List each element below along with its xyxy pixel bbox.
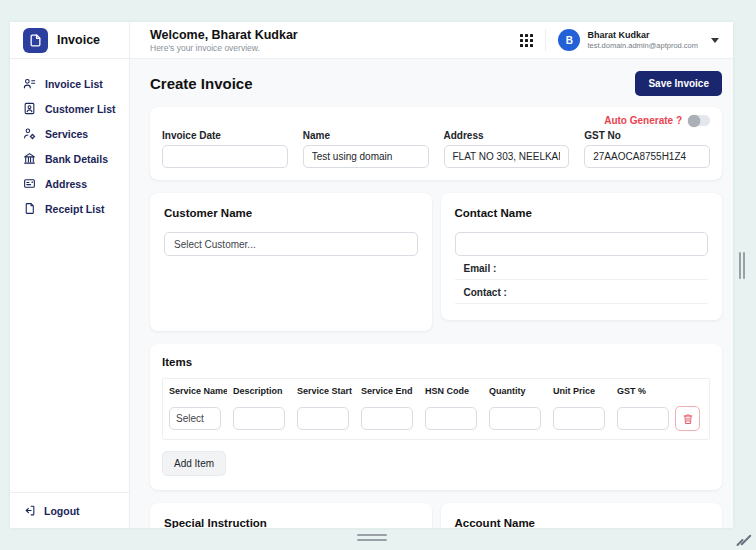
sidebar-item-invoice-list[interactable]: Invoice List	[10, 71, 129, 96]
logout-button[interactable]: Logout	[23, 504, 116, 517]
field-gst-no: GST No	[584, 130, 710, 168]
sidebar-item-label: Receipt List	[45, 203, 105, 215]
contact-name-input[interactable]	[455, 232, 709, 256]
items-table: Service Name Description Service Start S…	[162, 378, 710, 440]
col-actions	[675, 385, 709, 397]
special-instruction-card: Special Instruction	[150, 503, 432, 528]
save-invoice-button[interactable]: Save Invoice	[635, 71, 722, 96]
sidebar-item-label: Customer List	[45, 103, 116, 115]
col-service-end: Service End	[355, 379, 419, 402]
col-service-start: Service Start	[291, 379, 355, 402]
address-input[interactable]	[444, 145, 570, 168]
welcome-subtitle: Here's your invoice overview.	[150, 43, 298, 53]
customer-contact-row: Customer Name Select Customer... Contact…	[150, 193, 722, 331]
quantity-input[interactable]	[489, 407, 541, 430]
sidebar-bottom: Logout	[10, 492, 129, 528]
user-name: Bharat Kudkar	[587, 30, 698, 41]
sidebar-item-label: Services	[45, 128, 88, 140]
apps-grid-icon[interactable]	[520, 34, 533, 47]
gst-no-input[interactable]	[584, 145, 710, 168]
sidebar-item-label: Invoice List	[45, 78, 103, 90]
hsn-code-input[interactable]	[425, 407, 477, 430]
sidebar-item-receipt-list[interactable]: Receipt List	[10, 196, 129, 221]
app-title: Invoice	[57, 33, 100, 47]
delete-item-button[interactable]	[675, 406, 700, 431]
customer-card: Customer Name Select Customer...	[150, 193, 432, 331]
add-item-button[interactable]: Add Item	[162, 451, 226, 476]
items-card: Items Service Name Description Service S…	[150, 344, 722, 490]
topbar-right: B Bharat Kudkar test.domain.admin@aptpro…	[520, 29, 719, 51]
service-name-select[interactable]: Select	[169, 407, 221, 430]
col-service-name: Service Name	[163, 379, 227, 402]
bottom-resize-handle[interactable]	[357, 534, 387, 544]
welcome-block: Welcome, Bharat Kudkar Here's your invoi…	[150, 28, 298, 53]
page-head: Create Invoice Save Invoice	[150, 71, 722, 96]
gst-percent-input[interactable]	[617, 407, 669, 430]
customer-select[interactable]: Select Customer...	[164, 232, 418, 256]
email-row: Email :	[455, 256, 709, 280]
field-invoice-date: Invoice Date	[162, 130, 288, 168]
special-instruction-title: Special Instruction	[164, 517, 418, 528]
service-end-input[interactable]	[361, 407, 413, 430]
sidebar-item-label: Address	[45, 178, 87, 190]
invoice-list-icon	[23, 77, 36, 90]
welcome-title: Welcome, Bharat Kudkar	[150, 28, 298, 43]
auto-generate-label: Auto Generate ?	[604, 115, 682, 126]
contact-label: Contact :	[464, 287, 507, 298]
user-email: test.domain.admin@aptprod.com	[587, 41, 698, 50]
sidebar-item-bank-details[interactable]: Bank Details	[10, 146, 129, 171]
col-description: Description	[227, 379, 291, 402]
right-resize-handle[interactable]	[739, 252, 745, 279]
col-quantity: Quantity	[483, 379, 547, 402]
page-title: Create Invoice	[150, 75, 253, 92]
items-header-row: Service Name Description Service Start S…	[163, 379, 709, 402]
user-menu[interactable]: B Bharat Kudkar test.domain.admin@aptpro…	[558, 29, 719, 51]
account-card: Account Name Select Bank Name :	[441, 503, 723, 528]
trash-icon	[682, 413, 694, 425]
sidebar: Invoice Invoice List Customer List Servi…	[10, 22, 130, 528]
chevron-down-icon	[711, 38, 719, 43]
sidebar-nav: Invoice List Customer List Services Bank…	[10, 59, 129, 492]
sidebar-item-label: Bank Details	[45, 153, 108, 165]
invoice-logo-icon	[23, 28, 48, 53]
unit-price-input[interactable]	[553, 407, 605, 430]
main-column: Welcome, Bharat Kudkar Here's your invoi…	[130, 22, 733, 528]
avatar: B	[558, 29, 580, 51]
corner-resize-handle[interactable]	[735, 531, 753, 549]
contact-card: Contact Name Email : Contact :	[441, 193, 723, 320]
invoice-meta-card: Auto Generate ? Invoice Date Name Addres…	[150, 107, 722, 180]
field-label: Address	[444, 130, 570, 141]
sidebar-logo: Invoice	[10, 22, 129, 59]
field-label: GST No	[584, 130, 710, 141]
auto-generate-row: Auto Generate ?	[162, 115, 710, 126]
contact-card-title: Contact Name	[455, 207, 709, 219]
topbar-divider	[545, 29, 546, 51]
topbar: Welcome, Bharat Kudkar Here's your invoi…	[130, 22, 733, 59]
field-label: Name	[303, 130, 429, 141]
col-gst-percent: GST %	[611, 379, 675, 402]
field-name: Name	[303, 130, 429, 168]
email-label: Email :	[464, 263, 497, 274]
content-area: Create Invoice Save Invoice Auto Generat…	[130, 59, 733, 528]
bank-icon	[23, 152, 36, 165]
name-input[interactable]	[303, 145, 429, 168]
field-label: Invoice Date	[162, 130, 288, 141]
invoice-date-input[interactable]	[162, 145, 288, 168]
auto-generate-toggle[interactable]	[688, 115, 710, 126]
sidebar-item-customer-list[interactable]: Customer List	[10, 96, 129, 121]
description-input[interactable]	[233, 407, 285, 430]
app-window: Invoice Invoice List Customer List Servi…	[10, 22, 733, 528]
account-name-title: Account Name	[455, 517, 709, 528]
sidebar-item-address[interactable]: Address	[10, 171, 129, 196]
address-icon	[23, 177, 36, 190]
item-row: Select	[163, 402, 709, 439]
invoice-meta-fields: Invoice Date Name Address GST No	[162, 130, 710, 168]
service-start-input[interactable]	[297, 407, 349, 430]
instruction-account-row: Special Instruction Account Name Select …	[150, 503, 722, 528]
customer-list-icon	[23, 102, 36, 115]
logout-icon	[23, 504, 36, 517]
user-info: Bharat Kudkar test.domain.admin@aptprod.…	[587, 30, 698, 50]
receipt-icon	[23, 202, 36, 215]
sidebar-item-services[interactable]: Services	[10, 121, 129, 146]
field-address: Address	[444, 130, 570, 168]
